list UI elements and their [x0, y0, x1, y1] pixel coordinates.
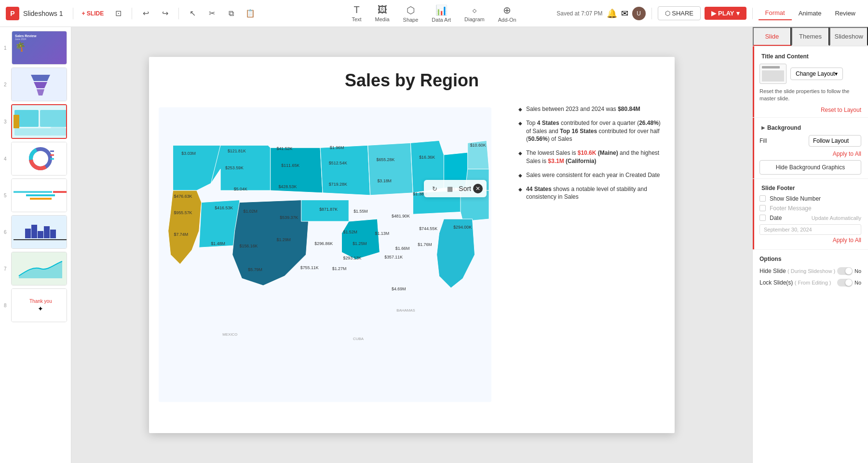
play-label: PLAY [718, 10, 734, 17]
hide-slide-track[interactable] [837, 267, 853, 275]
footer-message-cb[interactable] [760, 205, 766, 211]
redo-btn[interactable]: ↪ [157, 6, 173, 21]
thank-you-text: Thank you [29, 299, 52, 304]
red-accent-2 [753, 118, 754, 178]
slide-thumb-7[interactable] [11, 252, 67, 286]
fill-select[interactable]: Follow Layout Solid Color Gradient Image [809, 135, 861, 147]
svg-text:$539.37K: $539.37K [280, 215, 298, 220]
lock-slide-track[interactable] [837, 279, 853, 286]
tab-format[interactable]: Format [759, 6, 792, 20]
change-layout-btn[interactable]: Change Layout ▾ [790, 68, 843, 80]
sort-toolbar[interactable]: ↻ ▦ Sort ✕ [424, 180, 487, 197]
diamond-icon-3: ◆ [518, 150, 522, 165]
fill-select-wrapper: Follow Layout Solid Color Gradient Image [809, 135, 861, 147]
addon-icon: ⊕ [503, 4, 511, 16]
show-slide-number-cb[interactable] [760, 195, 766, 202]
insight-3: ◆ The lowest Sales is $10.6K (Maine) and… [518, 149, 663, 165]
slide-1-wrapper: 1 Sales Review June 2024 🌴 [4, 31, 67, 65]
slide-4-wrapper: 4 [4, 142, 67, 176]
reset-text: Reset the slide properties to follow the… [760, 88, 861, 103]
media-label: Media [375, 16, 390, 22]
slide-panel: 1 Sales Review June 2024 🌴 2 [0, 27, 71, 463]
right-tools: Saved at 7:07 PM 🔔 ✉ U ⬡ SHARE ▶ PLAY ▾ … [556, 6, 862, 20]
addon-tool[interactable]: ⊕ Add-On [492, 2, 522, 25]
mail-icon[interactable]: ✉ [621, 8, 628, 19]
svg-text:$4.69M: $4.69M [392, 286, 406, 291]
fit-screen-btn[interactable]: ⊡ [110, 6, 126, 21]
diamond-icon-2: ◆ [518, 120, 522, 143]
svg-text:$512.54K: $512.54K [329, 161, 347, 165]
insight-3-text: The lowest Sales is $10.6K (Maine) and t… [526, 149, 663, 165]
text-tool[interactable]: T Text [346, 2, 367, 25]
cut-btn[interactable]: ✂ [204, 6, 219, 21]
date-cb[interactable] [760, 215, 766, 221]
svg-text:$16.36K: $16.36K [419, 155, 435, 160]
tab-animate[interactable]: Animate [792, 6, 828, 20]
layout-preview [760, 64, 787, 84]
svg-rect-8 [14, 115, 19, 128]
svg-text:$3.18M: $3.18M [377, 178, 392, 183]
apply-all-footer[interactable]: Apply to All [760, 237, 861, 244]
cursor-btn[interactable]: ↖ [185, 6, 200, 21]
chart-btn[interactable]: ▦ [443, 182, 457, 195]
slide-thumb-2[interactable] [11, 68, 67, 101]
text-label: Text [352, 16, 361, 22]
rpanel-tab-themes[interactable]: Themes [791, 27, 830, 46]
diagram-tool[interactable]: ⬦ Diagram [459, 2, 490, 25]
copy-btn[interactable]: ⧉ [223, 6, 239, 21]
lock-slide-row: Lock Slide(s) ( From Editing ) No [760, 279, 861, 286]
add-slide-btn[interactable]: + SLIDE [79, 6, 107, 21]
slide-7-wrapper: 7 [4, 252, 67, 286]
file-title[interactable]: Slideshows 1 [23, 10, 63, 17]
media-tool[interactable]: 🖼 Media [369, 2, 395, 25]
footer-message-label: Footer Message [770, 205, 812, 212]
layout-section: Title and Content Change Layout ▾ Reset … [753, 46, 868, 118]
apply-all-bg[interactable]: Apply to All [760, 150, 861, 157]
slide-thumb-6[interactable] [11, 215, 67, 249]
share-btn[interactable]: ⬡ SHARE [658, 6, 701, 20]
shape-tool[interactable]: ⬡ Shape [397, 2, 424, 25]
slide-thumb-4[interactable] [11, 142, 67, 176]
hide-bg-btn[interactable]: Hide Background Graphics [760, 160, 861, 175]
paste-btn[interactable]: 📋 [243, 6, 258, 21]
avatar[interactable]: U [632, 7, 646, 20]
refresh-btn[interactable]: ↻ [428, 182, 441, 195]
slide-thumb-3[interactable] [11, 104, 67, 139]
slide-thumb-8[interactable]: Thank you ✦ [11, 288, 67, 322]
lock-slide-toggle: No [837, 279, 861, 286]
slide-thumb-5[interactable] [11, 178, 67, 212]
svg-text:$1.02M: $1.02M [243, 209, 258, 214]
insight-2-text: Top 4 States contributed for over a quar… [526, 119, 663, 143]
svg-text:$156.16K: $156.16K [240, 244, 258, 248]
close-sort-btn[interactable]: ✕ [473, 184, 483, 193]
rpanel-tab-slideshow[interactable]: Slideshow [829, 27, 868, 46]
share-icon: ⬡ [665, 10, 672, 17]
play-chevron: ▾ [736, 10, 740, 17]
play-btn[interactable]: ▶ PLAY ▾ [705, 7, 746, 20]
slide-thumb-1[interactable]: Sales Review June 2024 🌴 [12, 31, 67, 65]
bell-icon[interactable]: 🔔 [607, 8, 617, 19]
slide-num-7: 7 [4, 266, 9, 272]
date-value-display[interactable]: September 30, 2024 [760, 224, 861, 235]
date-auto-label: Update Automatically [812, 215, 861, 221]
app-logo: P [6, 7, 19, 20]
svg-text:CUBA: CUBA [353, 337, 364, 341]
reset-layout-link[interactable]: Reset to Layout [760, 107, 861, 113]
svg-text:$41.52K: $41.52K [276, 146, 292, 151]
layout-title: Title and Content [760, 53, 861, 60]
sort-label[interactable]: Sort [459, 185, 471, 192]
map-container[interactable]: $3.03M $121.81K $41.52K $1.96M $10.60K $… [159, 100, 491, 409]
svg-rect-7 [51, 127, 65, 136]
addon-label: Add-On [498, 17, 516, 23]
data-art-tool[interactable]: 📊 Data Art [426, 2, 457, 25]
tab-review[interactable]: Review [828, 6, 862, 20]
slide-num-2: 2 [4, 82, 9, 87]
sep2 [132, 8, 132, 19]
svg-text:$719.28K: $719.28K [329, 182, 347, 187]
thumb1-tree: 🌴 [15, 41, 26, 52]
undo-btn[interactable]: ↩ [138, 6, 153, 21]
date-label: Date [770, 215, 782, 221]
canvas-area: Sales by Region [71, 27, 752, 463]
rpanel-tab-slide[interactable]: Slide [753, 27, 791, 46]
hide-slide-sub: ( During Slideshow ) [787, 268, 835, 274]
